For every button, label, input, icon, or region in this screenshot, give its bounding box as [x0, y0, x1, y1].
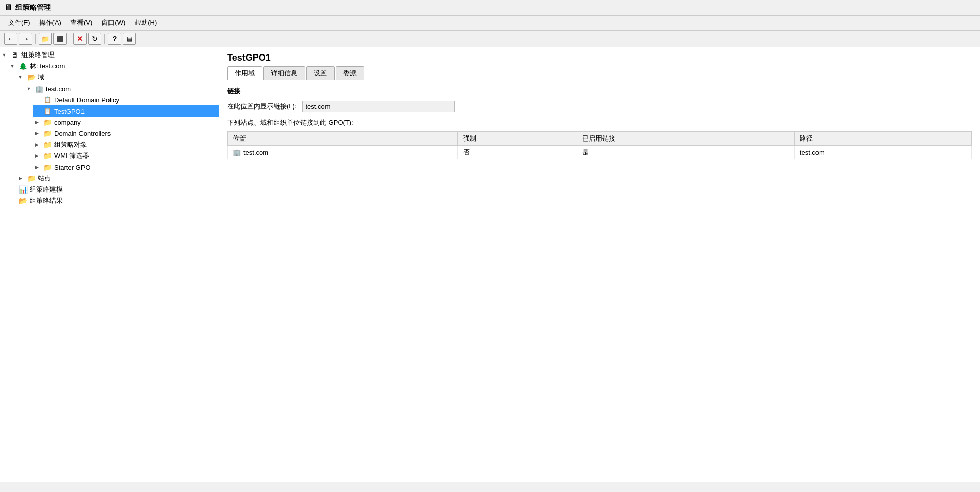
company-icon: 📁 — [43, 118, 52, 127]
tab-scope[interactable]: 作用域 — [227, 66, 262, 80]
tree-node-domain-controllers: ▶ 📁 Domain Controllers — [33, 128, 219, 139]
tree-label-wmi[interactable]: ▶ 📁 WMI 筛选器 — [33, 150, 219, 161]
company-text: company — [54, 119, 81, 126]
cell-location: 🏢 test.com — [228, 146, 458, 159]
tree-label-results[interactable]: ▶ 📂 组策略结果 — [8, 195, 219, 206]
console-button[interactable]: ⬛ — [53, 33, 67, 45]
col-location: 位置 — [228, 132, 458, 146]
tree-label-modeling[interactable]: ▶ 📊 组策略建模 — [8, 184, 219, 195]
links-table-body: 🏢 test.com 否 是 test.com — [228, 146, 972, 159]
tree-label-forest[interactable]: ▼ 🌲 林: test.com — [8, 61, 219, 72]
left-panel: ▼ 🖥 组策略管理 ▼ 🌲 林: test.com — [0, 47, 219, 492]
tree-label-gpo[interactable]: ▶ 📁 组策略对象 — [33, 139, 219, 150]
expand-sites: ▶ — [16, 174, 24, 182]
domains-text: 域 — [38, 73, 44, 82]
table-row: 🏢 test.com 否 是 test.com — [228, 146, 972, 159]
tree-label-company[interactable]: ▶ 📁 company — [33, 117, 219, 128]
menu-file[interactable]: 文件(F) — [4, 17, 34, 29]
tab-settings[interactable]: 设置 — [306, 66, 335, 80]
starter-gpo-text: Starter GPO — [54, 163, 91, 171]
forest-text: 林: test.com — [30, 62, 65, 71]
menu-bar: 文件(F) 操作(A) 查看(V) 窗口(W) 帮助(H) — [0, 16, 980, 31]
location-value: test.com — [243, 149, 268, 156]
tab-delegation[interactable]: 委派 — [336, 66, 364, 80]
tree-label-domain-controllers[interactable]: ▶ 📁 Domain Controllers — [33, 128, 219, 139]
show-links-row: 在此位置内显示链接(L): — [227, 101, 972, 112]
tree-label-domains[interactable]: ▼ 📂 域 — [16, 72, 219, 83]
tree-node-results: ▶ 📂 组策略结果 — [8, 195, 219, 206]
modeling-text: 组策略建模 — [30, 185, 63, 194]
domain-row-icon: 🏢 — [233, 149, 241, 156]
domains-icon: 📂 — [26, 73, 36, 82]
toolbar: ← → 📁 ⬛ ✕ ↻ ? ▤ — [0, 31, 980, 47]
gpo-icon: 📁 — [43, 140, 52, 149]
tree-children-forest: ▼ 📂 域 ▼ 🏢 — [16, 72, 219, 184]
results-icon: 📂 — [18, 196, 28, 205]
expand-domain: ▼ — [24, 85, 33, 93]
wmi-icon: 📁 — [43, 151, 52, 160]
menu-help[interactable]: 帮助(H) — [130, 17, 161, 29]
tree-node-root: ▼ 🖥 组策略管理 ▼ 🌲 林: test.com — [0, 49, 219, 206]
expand-wmi: ▶ — [33, 152, 41, 160]
menu-window[interactable]: 窗口(W) — [97, 17, 129, 29]
expand-forest: ▼ — [8, 62, 16, 70]
tree-root: ▼ 🖥 组策略管理 ▼ 🌲 林: test.com — [0, 49, 219, 206]
tree-label-testgpo1[interactable]: ▶ 📋 TestGPO1 — [33, 105, 219, 117]
menu-action[interactable]: 操作(A) — [35, 17, 65, 29]
expand-company: ▶ — [33, 118, 41, 126]
cell-enforced: 否 — [458, 146, 577, 159]
tree-node-testgpo1: ▶ 📋 TestGPO1 — [33, 105, 219, 117]
col-enforced: 强制 — [458, 132, 577, 146]
section-links-title: 链接 — [227, 87, 972, 96]
sites-text: 站点 — [38, 174, 51, 183]
show-links-input[interactable] — [302, 101, 455, 112]
tree-node-wmi: ▶ 📁 WMI 筛选器 — [33, 150, 219, 161]
menu-view[interactable]: 查看(V) — [66, 17, 96, 29]
right-header: TestGPO1 — [219, 47, 980, 63]
toolbar-separator-3 — [104, 34, 105, 44]
tree-node-sites: ▶ 📁 站点 — [16, 173, 219, 184]
forward-button[interactable]: → — [19, 33, 32, 45]
show-links-label: 在此位置内显示链接(L): — [227, 102, 297, 111]
starter-gpo-icon: 📁 — [43, 162, 52, 172]
links-table: 位置 强制 已启用链接 路径 🏢 test.com — [227, 131, 972, 159]
tree-label-root[interactable]: ▼ 🖥 组策略管理 — [0, 49, 219, 61]
tree-node-modeling: ▶ 📊 组策略建模 — [8, 184, 219, 195]
refresh-button[interactable]: ↻ — [88, 33, 101, 45]
domain-controllers-icon: 📁 — [43, 129, 52, 138]
expand-root: ▼ — [0, 51, 8, 59]
folder-button[interactable]: 📁 — [39, 33, 52, 45]
links-table-header: 位置 强制 已启用链接 路径 — [228, 132, 972, 146]
toolbar-separator-2 — [70, 34, 70, 44]
back-button[interactable]: ← — [4, 33, 17, 45]
tree-node-gpo: ▶ 📁 组策略对象 — [33, 139, 219, 150]
domain-text: test.com — [46, 85, 71, 93]
tabs-bar: 作用域 详细信息 设置 委派 — [227, 66, 972, 80]
tree-node-company: ▶ 📁 company — [33, 117, 219, 128]
sites-icon: 📁 — [26, 174, 36, 183]
title-icon: 🖥 — [4, 3, 12, 12]
col-enabled: 已启用链接 — [577, 132, 794, 146]
tree-label-starter-gpo[interactable]: ▶ 📁 Starter GPO — [33, 161, 219, 173]
testgpo1-icon: 📋 — [43, 106, 52, 116]
right-content: 链接 在此位置内显示链接(L): 下列站点、域和组织单位链接到此 GPO(T):… — [219, 80, 980, 166]
delete-button[interactable]: ✕ — [73, 33, 87, 45]
cell-enabled-link: 是 — [577, 146, 794, 159]
tree-node-forest: ▼ 🌲 林: test.com ▼ 📂 域 — [8, 61, 219, 184]
default-policy-text: Default Domain Policy — [54, 96, 119, 104]
cell-path: test.com — [794, 146, 971, 159]
help-button[interactable]: ? — [108, 33, 121, 45]
sub-label: 下列站点、域和组织单位链接到此 GPO(T): — [227, 118, 972, 127]
app-title: 组策略管理 — [15, 3, 51, 12]
tab-details[interactable]: 详细信息 — [263, 66, 305, 80]
properties-button[interactable]: ▤ — [123, 33, 136, 45]
tree-label-default-policy[interactable]: ▶ 📋 Default Domain Policy — [33, 94, 219, 105]
domain-controllers-text: Domain Controllers — [54, 130, 111, 138]
wmi-text: WMI 筛选器 — [54, 151, 89, 160]
tree-label-sites[interactable]: ▶ 📁 站点 — [16, 173, 219, 184]
main-layout: ▼ 🖥 组策略管理 ▼ 🌲 林: test.com — [0, 47, 980, 492]
page-title: TestGPO1 — [227, 52, 972, 63]
toolbar-separator-1 — [35, 34, 36, 44]
tree-label-domain[interactable]: ▼ 🏢 test.com — [24, 83, 219, 94]
status-bar — [0, 482, 980, 492]
